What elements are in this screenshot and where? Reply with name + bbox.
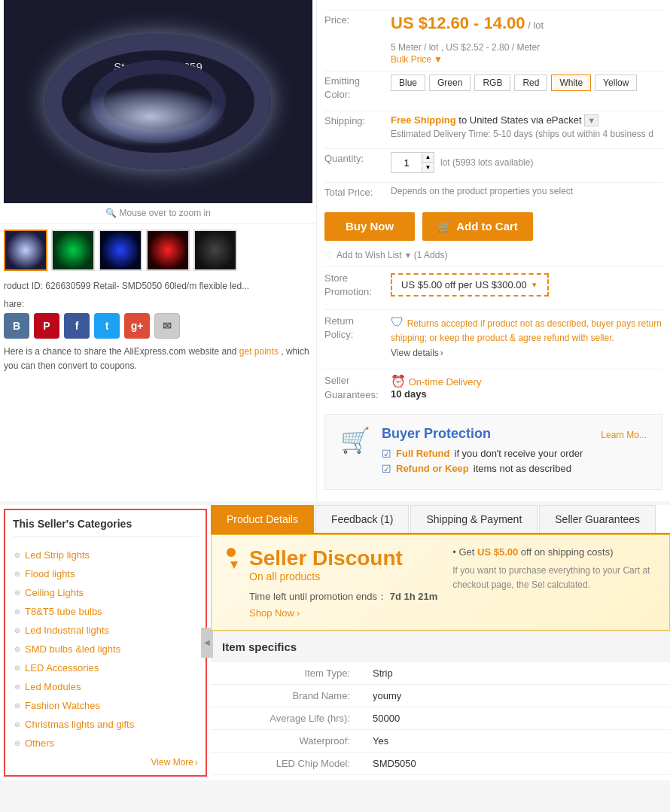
bp-title: Buyer Protection: [382, 426, 589, 442]
sidebar-item-smd-bulbs[interactable]: ⊕ SMD bulbs &led lights: [13, 640, 198, 658]
view-details-link[interactable]: View details ›: [391, 348, 662, 358]
quantity-down-arrow[interactable]: ▼: [422, 163, 434, 172]
spec-key-waterproof: Waterproof:: [211, 730, 361, 752]
sidebar-item-others[interactable]: ⊕ Others: [13, 734, 198, 753]
spec-row-item-type: Item Type: Strip: [211, 662, 670, 685]
sidebar-item-t8t5-tube-bulbs[interactable]: ⊕ T8&T5 tube bulbs: [13, 602, 198, 621]
discount-get-text: • Get US $5.00 off on shipping costs): [452, 546, 654, 558]
cart-icon: 🛒: [437, 220, 452, 233]
price-range: US $12.60 - 14.00: [391, 14, 525, 32]
thumbnail-1[interactable]: [4, 230, 47, 271]
share-facebook-icon[interactable]: f: [64, 313, 90, 339]
bulk-price-arrow-icon: ▼: [434, 54, 443, 65]
price-value-area: US $12.60 - 14.00 / lot: [391, 14, 544, 33]
sidebar-item-christmas-lights[interactable]: ⊕ Christmas lights and gifts: [13, 715, 198, 734]
return-policy-text: Returns accepted if product not as descr…: [391, 318, 662, 343]
shop-now-link[interactable]: Shop Now ›: [249, 607, 437, 619]
bp-check-1-icon: ☑: [382, 448, 391, 460]
spec-val-led-chip: SMD5050: [361, 753, 670, 774]
delivery-estimate: Estimated Delivery Time: 5-10 days (ship…: [391, 129, 662, 139]
promo-arrow-icon: ▼: [531, 281, 538, 289]
tab-feedback[interactable]: Feedback (1): [315, 505, 409, 533]
share-text: Here is a chance to share the AliExpress…: [4, 345, 312, 373]
bullet-icon: ⊕: [14, 570, 20, 578]
sidebar-item-led-accessories[interactable]: ⊕ LED Accessories: [13, 658, 198, 677]
bp-check-2-icon: ☑: [382, 463, 391, 475]
sidebar-item-fashion-watches[interactable]: ⊕ Fashion Watches: [13, 696, 198, 715]
add-to-cart-button[interactable]: 🛒 Add to Cart: [422, 212, 533, 241]
color-yellow[interactable]: Yellow: [595, 75, 637, 91]
tab-seller-guarantees[interactable]: Seller Guarantees: [539, 505, 656, 533]
thumbnail-5[interactable]: [193, 230, 237, 271]
learn-more-link[interactable]: Learn Mo...: [601, 430, 647, 440]
thumbnail-4[interactable]: [146, 230, 190, 271]
bulk-price[interactable]: Bulk Price ▼: [324, 54, 662, 65]
bullet-icon: ⊕: [14, 664, 20, 672]
spec-key-led-chip: LED Chip Model:: [211, 753, 361, 774]
quantity-up-arrow[interactable]: ▲: [422, 153, 434, 163]
price-label: Price:: [324, 14, 385, 27]
seller-categories-sidebar: This Seller's Categories ⊕ Led Strip lig…: [4, 509, 207, 777]
spec-val-waterproof: Yes: [361, 730, 670, 752]
spec-val-avg-life: 50000: [361, 707, 670, 729]
color-rgb[interactable]: RGB: [474, 75, 510, 91]
bullet-icon: ⊕: [14, 645, 20, 653]
color-white[interactable]: White: [551, 75, 591, 91]
share-twitter-icon[interactable]: t: [94, 313, 120, 339]
bp-refund-label: Full Refund: [396, 448, 450, 459]
shipping-dest: to United States via ePacket: [458, 114, 581, 126]
share-mail-icon[interactable]: ✉: [154, 313, 180, 339]
share-pinterest-icon[interactable]: P: [34, 313, 59, 339]
price-sub: 5 Meter / lot , US $2.52 - 2.80 / Meter: [324, 42, 662, 53]
emitting-color-label: EmittingColor:: [324, 75, 385, 102]
bullet-icon: ⊕: [14, 701, 20, 710]
wishlist-count: (1 Adds): [414, 250, 448, 260]
price-section: Price: US $12.60 - 14.00 / lot: [324, 10, 662, 36]
wishlist-row[interactable]: ♡ Add to Wish List ▾ (1 Adds): [324, 250, 662, 260]
share-vk-icon[interactable]: В: [4, 313, 29, 339]
buy-now-button[interactable]: Buy Now: [324, 212, 415, 241]
shipping-row: Shipping: Free Shipping to United States…: [324, 111, 662, 142]
spec-key-item-type: Item Type:: [211, 662, 361, 684]
view-more-link[interactable]: View More ›: [13, 753, 198, 768]
sidebar-item-led-industrial[interactable]: ⊕ Led Industrial lights: [13, 621, 198, 640]
color-red[interactable]: Red: [514, 75, 547, 91]
main-content: Product Details Feedback (1) Shipping & …: [211, 505, 670, 780]
seller-guarantees-label: SellerGuarantees:: [324, 374, 385, 401]
wishlist-dropdown-icon: ▾: [406, 250, 410, 260]
thumbnail-3[interactable]: [99, 230, 142, 271]
thumbnail-2[interactable]: [51, 230, 95, 271]
get-points-link[interactable]: get points: [239, 346, 279, 357]
product-image: Store No: 701659: [4, 0, 312, 203]
tab-product-details[interactable]: Product Details: [211, 505, 314, 533]
promo-box[interactable]: US $5.00 off per US $300.00 ▼: [391, 273, 549, 297]
bullet-icon: ⊕: [14, 683, 20, 691]
tab-shipping-payment[interactable]: Shipping & Payment: [410, 505, 538, 533]
sidebar-item-flood-lights[interactable]: ⊕ Flood lights: [13, 564, 198, 583]
share-icons: В P f t g+ ✉: [4, 313, 312, 339]
product-id: roduct ID: 626630599 Retail- SMD5050 60l…: [0, 277, 316, 295]
clock-icon: ⏰: [391, 375, 406, 388]
tabs-bar: Product Details Feedback (1) Shipping & …: [211, 505, 670, 534]
buyer-protection: 🛒 Buyer Protection ☑ Full Refund if you …: [324, 414, 662, 490]
sidebar-item-led-modules[interactable]: ⊕ Led Modules: [13, 677, 198, 696]
seller-discount-title: Seller Discount: [249, 546, 437, 570]
quantity-input[interactable]: [391, 153, 422, 172]
color-green[interactable]: Green: [429, 75, 471, 91]
sidebar-item-ceiling-lights[interactable]: ⊕ Ceiling Lights: [13, 583, 198, 602]
quantity-row: Quantity: ▲ ▼ lot (5993 lots available): [324, 148, 662, 176]
sidebar-collapse-arrow[interactable]: ◀: [201, 628, 213, 658]
orange-arrow-decoration: [230, 561, 238, 569]
share-googleplus-icon[interactable]: g+: [124, 313, 150, 339]
bullet-icon: ⊕: [14, 607, 20, 616]
sidebar-item-led-strip[interactable]: ⊕ Led Strip lights: [13, 546, 198, 564]
thumbnail-row: [0, 224, 316, 277]
bullet-icon: ⊕: [14, 626, 20, 634]
specs-table: Item Type: Strip Brand Name: youmy Avera…: [211, 662, 670, 775]
action-row: Buy Now 🛒 Add to Cart: [324, 212, 662, 241]
spec-val-brand-name: youmy: [361, 685, 670, 707]
spec-val-item-type: Strip: [361, 662, 670, 684]
shipping-dropdown[interactable]: ▼: [584, 114, 598, 126]
spec-row-brand-name: Brand Name: youmy: [211, 685, 670, 707]
color-blue[interactable]: Blue: [391, 75, 425, 91]
